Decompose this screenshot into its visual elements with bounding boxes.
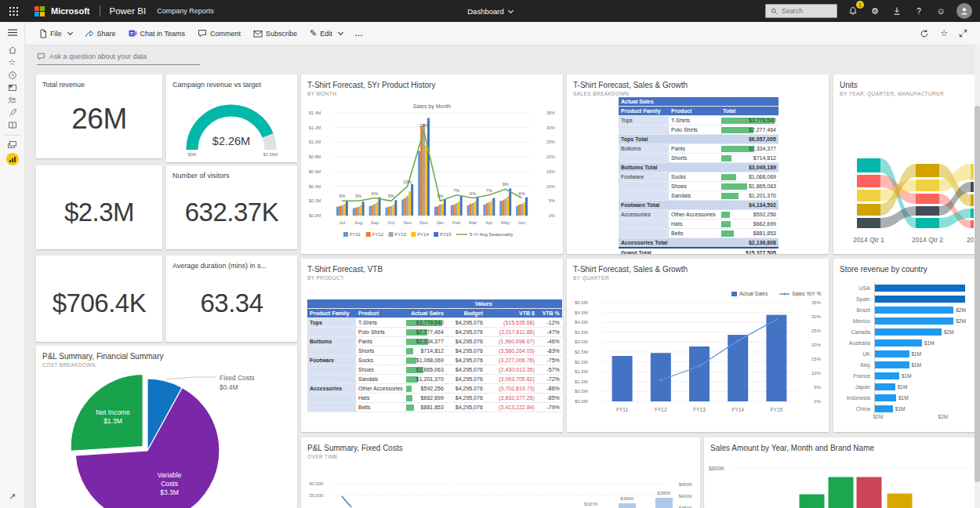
svg-text:$600K: $600K: [709, 466, 725, 471]
tile-title: T-Shirt Forecast, VTB: [307, 265, 557, 274]
share-button[interactable]: Share: [78, 22, 122, 45]
tile-sales-breakdown[interactable]: T-Shirt Forecast, Sales & Growth SALES B…: [567, 74, 829, 254]
nav-shared-button[interactable]: [4, 94, 21, 106]
svg-text:FY15: FY15: [771, 407, 783, 412]
teams-icon: T: [129, 29, 137, 38]
nav-workspaces-button[interactable]: [4, 139, 21, 151]
subscribe-button[interactable]: Subscribe: [247, 22, 303, 45]
share-icon: [85, 29, 94, 38]
svg-text:5%: 5%: [549, 198, 555, 203]
tile-sales-amount-waterfall[interactable]: Sales Amount by Year, Month and Brand Na…: [704, 437, 980, 508]
svg-text:Sales by Month: Sales by Month: [413, 103, 451, 110]
tile-title: Campaign revenue vs target: [172, 81, 291, 89]
feedback-button[interactable]: ☺: [935, 5, 947, 17]
svg-text:29%: 29%: [419, 123, 428, 128]
kpi-value: $706.4K: [36, 288, 162, 318]
svg-text:$2.56M: $2.56M: [263, 152, 278, 157]
svg-text:Sep: Sep: [371, 220, 379, 225]
svg-text:$400K: $400K: [679, 494, 692, 499]
help-button[interactable]: ?: [913, 5, 925, 17]
kpi-value: $2.3M: [36, 198, 162, 227]
tile-fixed-costs[interactable]: P&L Summary, Fixed Costs OVER TIME 40,00…: [301, 437, 700, 508]
fullscreen-button[interactable]: [959, 29, 967, 38]
svg-text:$4.0M: $4.0M: [575, 320, 588, 325]
svg-text:$0.2M: $0.2M: [309, 198, 321, 203]
left-nav-sidebar: ☆ ↗: [0, 22, 25, 508]
question-mark-icon: ?: [916, 7, 921, 16]
svg-text:35%: 35%: [811, 300, 822, 305]
settings-button[interactable]: ⚙: [869, 5, 881, 17]
waffle-menu-icon[interactable]: [5, 2, 22, 20]
more-options-button[interactable]: ...: [349, 22, 370, 45]
svg-text:7%: 7%: [486, 188, 492, 193]
favorite-star-button[interactable]: ☆: [940, 28, 948, 38]
svg-text:$356K: $356K: [620, 496, 633, 501]
download-button[interactable]: [891, 5, 903, 17]
svg-text:$1.3M: $1.3M: [103, 417, 122, 425]
tile-number-of-visitors[interactable]: Number of visitors 632.37K: [166, 165, 297, 249]
tile-units-ribbon[interactable]: Units BY YEAR, QUARTER, MANUFACTURER 201…: [833, 74, 980, 254]
nav-favorites-button[interactable]: ☆: [4, 56, 21, 68]
book-icon: [8, 121, 17, 129]
nav-recent-button[interactable]: [4, 69, 21, 81]
star-icon: ☆: [9, 57, 16, 67]
svg-text:5%: 5%: [814, 385, 821, 390]
tile-kpi-706k[interactable]: $706.4K: [36, 256, 162, 342]
nav-create-button[interactable]: [4, 82, 21, 93]
svg-text:6%: 6%: [372, 191, 378, 196]
tile-campaign-gauge[interactable]: Campaign revenue vs target $2.26M$0M$2.5…: [166, 74, 297, 162]
qna-bar[interactable]: [37, 49, 200, 65]
account-avatar[interactable]: [956, 3, 972, 19]
notification-badge: 1: [856, 1, 864, 9]
chat-in-teams-button[interactable]: T Chat in Teams: [122, 22, 191, 45]
notifications-button[interactable]: 1: [847, 5, 859, 17]
tile-title: Sales Amount by Year, Month and Brand Na…: [710, 444, 974, 452]
person-icon: [960, 6, 969, 16]
svg-text:30%: 30%: [811, 314, 822, 319]
svg-text:$327K: $327K: [584, 502, 597, 506]
tile-5yr-history[interactable]: T-Shirt Forecast, 5Yr Product History BY…: [301, 74, 563, 254]
file-menu-button[interactable]: File: [33, 22, 78, 45]
tile-total-revenue[interactable]: Total revenue 26M: [36, 74, 162, 158]
expand-icon: [959, 29, 967, 38]
nav-home-button[interactable]: [4, 44, 21, 56]
rocket-icon: [8, 108, 17, 118]
search-icon: [771, 8, 778, 15]
svg-text:$3.0M: $3.0M: [575, 339, 588, 344]
tile-title: Average duration (mins) in s...: [172, 262, 291, 270]
tile-vtb-table[interactable]: T-Shirt Forecast, VTB BY PRODUCT ValuesP…: [301, 259, 563, 432]
nav-goals-button[interactable]: [4, 107, 21, 118]
svg-text:20%: 20%: [811, 343, 822, 347]
svg-text:5%: 5%: [355, 194, 361, 198]
clustered-column-line-chart: Sales by Month$1.4M35%$1.2M30%$1.0M25%$0…: [307, 101, 557, 250]
tile-title: Number of visitors: [172, 172, 291, 180]
tile-average-duration[interactable]: Average duration (mins) in s... 63.34: [166, 256, 297, 342]
envelope-icon: [253, 30, 263, 38]
vertical-scrollbar-track[interactable]: [975, 45, 980, 508]
people-icon: [7, 96, 17, 104]
comment-button[interactable]: Comment: [191, 22, 247, 45]
comment-icon: [198, 29, 207, 38]
svg-text:Sales YoY %: Sales YoY %: [792, 291, 821, 296]
svg-text:$3.5M: $3.5M: [575, 330, 588, 335]
tile-store-revenue[interactable]: Store revenue by country USASpainBrazil$…: [833, 259, 980, 432]
nav-learn-button[interactable]: [4, 119, 21, 131]
open-external-button[interactable]: ↗: [9, 492, 16, 502]
edit-menu-button[interactable]: ✎ Edit: [303, 22, 349, 45]
svg-text:Nov: Nov: [403, 220, 412, 225]
tile-kpi-2-3m[interactable]: $2.3M: [36, 165, 162, 249]
svg-text:20%: 20%: [546, 154, 555, 159]
dashboard-switcher[interactable]: Dashboard: [443, 7, 537, 16]
app-name[interactable]: Company Reports: [157, 7, 214, 15]
refresh-button[interactable]: [920, 29, 929, 38]
powerbi-wordmark[interactable]: Power BI: [110, 6, 147, 16]
search-box[interactable]: [765, 4, 837, 18]
tile-by-quarter[interactable]: T-Shirt Forecast, Sales & Growth BY QUAR…: [567, 259, 829, 432]
vertical-scrollbar-thumb[interactable]: [975, 106, 980, 482]
svg-text:$0.4M: $0.4M: [220, 383, 238, 391]
search-input[interactable]: [782, 7, 829, 15]
nav-menu-button[interactable]: [4, 27, 21, 38]
nav-current-workspace-button[interactable]: [4, 151, 21, 167]
tile-pnl-pie[interactable]: P&L Summary, Financial Summary COST BREA…: [36, 346, 297, 508]
qna-input[interactable]: [49, 53, 191, 60]
